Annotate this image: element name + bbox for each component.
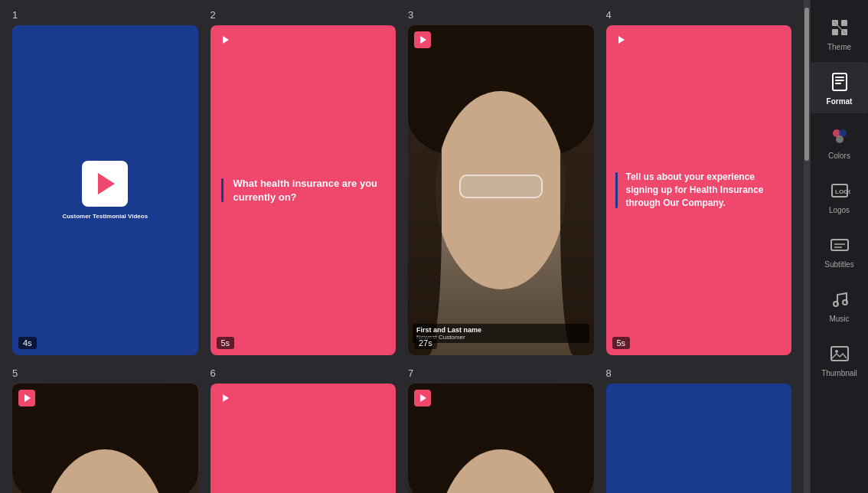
scrollbar-thumb[interactable]	[804, 8, 809, 161]
play-triangle-icon	[24, 394, 31, 402]
play-triangle-icon	[420, 36, 426, 44]
card-tell-text: Tell us about your experience signing up…	[615, 171, 783, 209]
item-number: 6	[210, 367, 396, 379]
sidebar-item-label: Format	[827, 97, 853, 106]
svg-point-20	[835, 350, 838, 353]
svg-rect-6	[835, 77, 844, 78]
video-card-7[interactable]	[408, 384, 594, 493]
sidebar-item-thumbnail[interactable]: Thumbnail	[811, 334, 868, 385]
list-item: 5	[12, 367, 198, 493]
video-card-8[interactable]	[606, 384, 792, 493]
svg-rect-1	[832, 29, 838, 35]
play-triangle-icon	[223, 36, 229, 44]
list-item: 1 Customer Testimonial Videos 4s	[12, 9, 198, 355]
duration-badge: 5s	[217, 337, 235, 349]
item-number: 2	[210, 9, 396, 21]
item-number: 7	[408, 367, 594, 379]
sidebar-item-theme[interactable]: Theme	[811, 8, 868, 59]
sidebar-item-colors[interactable]: Colors	[811, 116, 868, 168]
subtitles-icon	[827, 233, 852, 257]
sidebar-item-label: Theme	[827, 43, 851, 51]
logo-box	[82, 161, 128, 207]
svg-point-17	[834, 302, 838, 306]
list-item: 4 Tell us about your experience signing …	[606, 9, 792, 355]
play-badge	[217, 31, 233, 48]
video-card-1[interactable]: Customer Testimonial Videos 4s	[12, 25, 198, 355]
sidebar-item-music[interactable]: Music	[811, 279, 868, 331]
logos-icon: LOGO	[827, 178, 852, 203]
face-overlay: First and Last name Newest Customer	[413, 324, 589, 343]
music-icon	[827, 287, 852, 312]
right-sidebar: Theme Format Colors LO	[810, 0, 868, 493]
play-icon	[98, 173, 115, 194]
colors-icon	[827, 124, 852, 149]
theme-icon	[827, 15, 852, 40]
video-grid: 1 Customer Testimonial Videos 4s 2 Wha	[12, 9, 791, 493]
item-number: 1	[12, 9, 198, 21]
scrollbar[interactable]	[804, 0, 810, 493]
card-question: What health insurance are you currently …	[221, 177, 386, 204]
sidebar-item-logos[interactable]: LOGO Logos	[811, 171, 868, 222]
list-item: 7	[408, 367, 594, 493]
video-card-6[interactable]: Why should other people read Cute Little…	[210, 384, 396, 493]
duration-badge: 27s	[414, 337, 437, 349]
play-triangle-icon	[618, 36, 625, 44]
sidebar-item-format[interactable]: Format	[811, 62, 868, 113]
video-card-3[interactable]: First and Last name Newest Customer 27s	[408, 25, 594, 355]
play-triangle-icon	[420, 394, 426, 402]
svg-rect-19	[831, 347, 848, 361]
item-number: 4	[606, 9, 792, 21]
format-icon	[827, 70, 852, 94]
thumbnail-icon	[827, 341, 852, 366]
list-item: 3 First and Last name Newest	[408, 9, 594, 355]
sidebar-item-subtitles[interactable]: Subtitles	[811, 225, 868, 276]
overlay-title: Newest Customer	[416, 334, 586, 341]
overlay-name: First and Last name	[416, 326, 586, 334]
play-triangle-icon	[223, 394, 229, 402]
main-content: 1 Customer Testimonial Videos 4s 2 Wha	[0, 0, 804, 493]
svg-text:LOGO: LOGO	[835, 188, 850, 195]
item-number: 3	[408, 9, 594, 21]
sidebar-item-label: Logos	[829, 206, 850, 214]
svg-rect-2	[841, 20, 847, 26]
svg-rect-7	[835, 80, 844, 81]
svg-rect-8	[835, 83, 841, 84]
logo-text: Customer Testimonial Videos	[62, 213, 148, 220]
list-item: 6 Why should other people read Cute Litt…	[210, 367, 396, 493]
play-badge	[414, 31, 431, 48]
list-item: 2 What health insurance are you currentl…	[210, 9, 396, 355]
sidebar-item-label: Music	[829, 315, 849, 323]
video-card-5[interactable]	[12, 384, 198, 493]
sidebar-item-label: Subtitles	[824, 260, 853, 269]
play-badge	[414, 390, 431, 406]
sidebar-item-label: Colors	[828, 152, 850, 160]
item-number: 8	[606, 367, 792, 379]
video-card-2[interactable]: What health insurance are you currently …	[210, 25, 396, 355]
play-badge	[18, 390, 35, 406]
item-number: 5	[12, 367, 198, 379]
play-badge	[217, 390, 233, 406]
svg-point-11	[836, 135, 844, 143]
svg-rect-5	[833, 73, 847, 90]
video-card-4[interactable]: Tell us about your experience signing up…	[606, 25, 792, 355]
svg-point-18	[843, 300, 847, 305]
play-badge	[612, 31, 629, 48]
sidebar-item-label: Thumbnail	[821, 369, 857, 377]
svg-rect-14	[831, 240, 848, 250]
list-item: 8	[606, 367, 792, 493]
duration-badge: 4s	[18, 337, 37, 349]
duration-badge: 5s	[612, 337, 631, 349]
